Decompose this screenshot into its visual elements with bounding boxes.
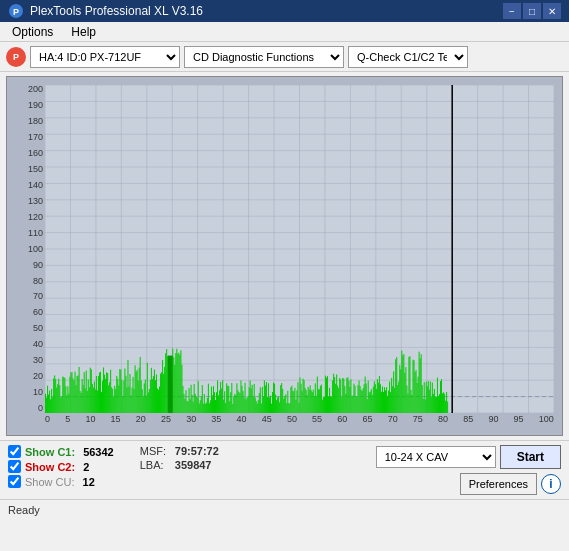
controls-col: 10-24 X CAV Start Preferences i (376, 445, 561, 495)
status-bar: Ready (0, 499, 569, 519)
y-label-30: 30 (9, 356, 43, 365)
lba-label: LBA: (140, 459, 172, 471)
window-title: PlexTools Professional XL V3.16 (30, 4, 203, 18)
y-label-150: 150 (9, 165, 43, 174)
status-text: Ready (8, 504, 40, 516)
y-label-10: 10 (9, 388, 43, 397)
c2-row: Show C2: 2 (8, 460, 114, 473)
y-label-120: 120 (9, 213, 43, 222)
lba-value: 359847 (175, 459, 212, 471)
c1-checkbox[interactable] (8, 445, 21, 458)
y-label-90: 90 (9, 261, 43, 270)
chart-canvas (45, 85, 554, 413)
y-label-180: 180 (9, 117, 43, 126)
cu-row: Show CU: 12 (8, 475, 114, 488)
y-label-50: 50 (9, 324, 43, 333)
y-label-60: 60 (9, 308, 43, 317)
svg-text:P: P (13, 7, 19, 17)
c2-label: Show C2: (25, 461, 75, 473)
y-label-140: 140 (9, 181, 43, 190)
y-label-130: 130 (9, 197, 43, 206)
plex-logo-icon: P (6, 47, 26, 67)
menu-help[interactable]: Help (63, 23, 104, 41)
toolbar: P HA:4 ID:0 PX-712UF CD Diagnostic Funct… (0, 42, 569, 72)
test-select[interactable]: Q-Check C1/C2 Test (348, 46, 468, 68)
start-button[interactable]: Start (500, 445, 561, 469)
y-label-170: 170 (9, 133, 43, 142)
cu-value: 12 (83, 476, 95, 488)
y-label-160: 160 (9, 149, 43, 158)
info-button[interactable]: i (541, 474, 561, 494)
msf-row: MSF: 79:57:72 (140, 445, 219, 457)
y-label-80: 80 (9, 277, 43, 286)
x-axis: 0 5 10 15 20 25 30 35 40 45 50 55 60 65 … (45, 415, 554, 433)
title-bar-left: P PlexTools Professional XL V3.16 (8, 3, 203, 19)
y-axis: 0 10 20 30 40 50 60 70 80 90 100 110 120… (7, 85, 45, 413)
c2-checkbox[interactable] (8, 460, 21, 473)
chart-area: 0 10 20 30 40 50 60 70 80 90 100 110 120… (6, 76, 563, 436)
prefs-info-row: Preferences i (460, 473, 561, 495)
app-icon: P (8, 3, 24, 19)
msf-value: 79:57:72 (175, 445, 219, 457)
c2-value: 2 (83, 461, 89, 473)
close-button[interactable]: ✕ (543, 3, 561, 19)
c1-row: Show C1: 56342 (8, 445, 114, 458)
function-select[interactable]: CD Diagnostic Functions (184, 46, 344, 68)
checkboxes-col: Show C1: 56342 Show C2: 2 Show CU: 12 (8, 445, 114, 488)
y-label-200: 200 (9, 85, 43, 94)
y-label-70: 70 (9, 292, 43, 301)
msf-label: MSF: (140, 445, 172, 457)
title-bar-controls: − □ ✕ (503, 3, 561, 19)
y-label-190: 190 (9, 101, 43, 110)
lba-row: LBA: 359847 (140, 459, 219, 471)
y-label-0: 0 (9, 404, 43, 413)
bottom-panel: Show C1: 56342 Show C2: 2 Show CU: 12 MS… (0, 440, 569, 499)
title-bar: P PlexTools Professional XL V3.16 − □ ✕ (0, 0, 569, 22)
y-label-40: 40 (9, 340, 43, 349)
y-label-110: 110 (9, 229, 43, 238)
restore-button[interactable]: □ (523, 3, 541, 19)
y-label-100: 100 (9, 245, 43, 254)
c1-value: 56342 (83, 446, 114, 458)
cu-checkbox[interactable] (8, 475, 21, 488)
menu-bar: Options Help (0, 22, 569, 42)
menu-options[interactable]: Options (4, 23, 61, 41)
preferences-button[interactable]: Preferences (460, 473, 537, 495)
c1-label: Show C1: (25, 446, 75, 458)
stats-col: MSF: 79:57:72 LBA: 359847 (140, 445, 219, 471)
cu-label: Show CU: (25, 476, 75, 488)
drive-select[interactable]: HA:4 ID:0 PX-712UF (30, 46, 180, 68)
speed-select[interactable]: 10-24 X CAV (376, 446, 496, 468)
y-label-20: 20 (9, 372, 43, 381)
minimize-button[interactable]: − (503, 3, 521, 19)
